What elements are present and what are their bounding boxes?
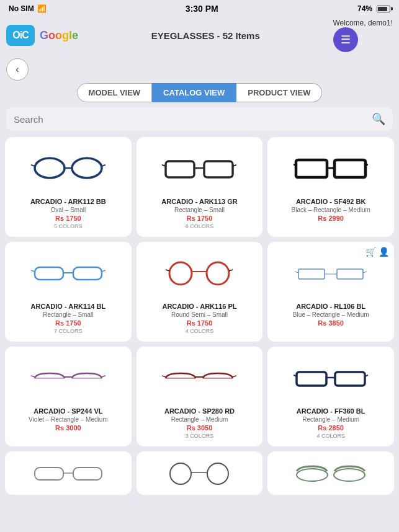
product-desc-3: Black – Rectangle – Medium: [292, 206, 370, 213]
product-name-1: ARCADIO - ARK112 BB: [30, 198, 106, 205]
svg-rect-6: [204, 161, 233, 177]
product-colors-2: 6 COLORS: [186, 223, 214, 229]
tab-product-view[interactable]: PRODUCT VIEW: [236, 83, 322, 102]
search-icon: 🔍: [372, 112, 385, 126]
partial-card-3[interactable]: [267, 451, 394, 495]
svg-point-20: [169, 262, 192, 285]
product-name-8: ARCADIO - SP280 RD: [164, 407, 235, 415]
product-card-8[interactable]: ARCADIO - SP280 RD Rectangle – Medium Rs…: [137, 347, 263, 446]
partial-row: [0, 451, 399, 500]
svg-line-19: [102, 270, 105, 272]
svg-rect-46: [73, 468, 102, 480]
svg-rect-11: [334, 160, 365, 177]
svg-rect-45: [35, 468, 63, 480]
svg-point-0: [35, 158, 65, 178]
page-title: EYEGLASSES - 52 Items: [83, 30, 328, 41]
svg-rect-10: [296, 160, 327, 177]
svg-rect-40: [297, 372, 326, 386]
product-image-8: [141, 353, 258, 402]
product-colors-9: 4 COLORS: [316, 433, 345, 439]
product-name-3: ARCADIO - SF492 BK: [296, 198, 365, 205]
svg-rect-5: [166, 161, 194, 177]
battery-icon: [377, 6, 390, 12]
product-name-6: ARCADIO - RL106 BL: [296, 303, 365, 310]
product-price-7: Rs 3000: [55, 424, 81, 432]
product-desc-8: Rectangle – Medium: [171, 416, 228, 423]
svg-point-49: [207, 463, 228, 484]
product-desc-1: Oval – Small: [50, 206, 86, 213]
product-image-5: [141, 248, 258, 298]
product-card-9[interactable]: ARCADIO - FF360 BL Rectangle – Medium Rs…: [267, 347, 394, 446]
oic-logo: OiC: [6, 25, 35, 46]
filter-button[interactable]: ☰: [333, 27, 358, 52]
product-image-9: [272, 353, 389, 402]
product-grid: ARCADIO - ARK112 BB Oval – Small Rs 1750…: [0, 137, 399, 451]
product-card-6[interactable]: 🛒 👤 ARCADIO - RL106 BL Blue – Rectangle …: [267, 242, 394, 342]
product-card-3[interactable]: ARCADIO - SF492 BK Black – Rectangle – M…: [267, 137, 394, 237]
svg-line-39: [233, 376, 236, 377]
product-name-7: ARCADIO - SP244 VL: [34, 407, 102, 415]
product-colors-1: 5 COLORS: [54, 223, 83, 229]
product-desc-6: Blue – Rectangle – Medium: [293, 311, 369, 318]
tab-model-view[interactable]: MODEL VIEW: [77, 83, 153, 102]
product-desc-9: Rectangle – Medium: [302, 416, 359, 423]
svg-rect-41: [335, 372, 365, 386]
time-label: 3:30 PM: [186, 4, 218, 14]
tab-catalog-view[interactable]: CATALOG VIEW: [152, 83, 236, 102]
svg-line-34: [102, 376, 105, 377]
product-card-4[interactable]: ARCADIO - ARK114 BL Rectangle – Small Rs…: [5, 242, 132, 342]
search-input[interactable]: [14, 114, 367, 125]
product-desc-5: Round Semi – Small: [171, 311, 228, 318]
svg-line-18: [31, 270, 35, 272]
card-icons-6: 🛒 👤: [365, 247, 389, 257]
svg-line-24: [229, 270, 233, 271]
product-desc-7: Violet – Rectangle – Medium: [29, 416, 108, 423]
carrier-label: No SIM: [9, 4, 34, 13]
product-name-9: ARCADIO - FF360 BL: [297, 407, 365, 415]
product-desc-4: Rectangle – Small: [43, 311, 93, 318]
status-bar: No SIM 📶 3:30 PM 74%: [0, 0, 399, 16]
product-price-5: Rs 1750: [187, 319, 213, 327]
product-card-2[interactable]: ARCADIO - ARK113 GR Rectangle – Small Rs…: [137, 137, 263, 237]
svg-point-21: [207, 262, 229, 285]
svg-rect-25: [298, 269, 325, 279]
header: OiC Google EYEGLASSES - 52 Items Welcome…: [0, 16, 399, 56]
product-name-5: ARCADIO - ARK116 PL: [162, 303, 236, 310]
google-logo: Google: [40, 29, 78, 42]
product-price-4: Rs 1750: [55, 319, 81, 327]
product-image-1: [10, 143, 127, 193]
svg-point-48: [170, 463, 191, 484]
svg-rect-15: [35, 267, 63, 280]
welcome-label: Welcome, demo1!: [333, 19, 393, 27]
view-tabs: MODEL VIEW CATALOG VIEW PRODUCT VIEW: [0, 83, 399, 107]
product-price-2: Rs 1750: [187, 215, 213, 222]
product-colors-4: 7 COLORS: [54, 328, 83, 334]
status-right: 74%: [357, 4, 390, 13]
back-button[interactable]: ‹: [6, 58, 29, 81]
svg-point-52: [334, 469, 365, 481]
product-colors-5: 4 COLORS: [186, 328, 214, 334]
product-price-9: Rs 2850: [318, 424, 344, 432]
product-image-7: [10, 353, 127, 402]
search-bar: 🔍: [6, 107, 393, 131]
product-card-5[interactable]: ARCADIO - ARK116 PL Round Semi – Small R…: [137, 242, 263, 342]
product-image-3: [272, 143, 389, 193]
product-price-6: Rs 3850: [318, 319, 344, 327]
product-colors-8: 3 COLORS: [186, 433, 214, 439]
product-card-1[interactable]: ARCADIO - ARK112 BB Oval – Small Rs 1750…: [5, 137, 132, 237]
svg-line-38: [162, 376, 166, 377]
product-price-3: Rs 2990: [318, 215, 344, 222]
product-desc-2: Rectangle – Small: [174, 206, 225, 213]
svg-line-23: [166, 270, 169, 271]
svg-rect-16: [73, 267, 102, 280]
partial-card-1[interactable]: [5, 451, 132, 495]
product-name-2: ARCADIO - ARK113 GR: [161, 198, 237, 205]
product-card-7[interactable]: ARCADIO - SP244 VL Violet – Rectangle – …: [5, 347, 132, 446]
svg-line-33: [31, 376, 35, 377]
person-icon: 👤: [379, 247, 389, 257]
product-price-8: Rs 3050: [187, 424, 213, 432]
cart-icon: 🛒: [365, 247, 376, 257]
partial-card-2[interactable]: [137, 451, 263, 495]
battery-label: 74%: [357, 4, 372, 13]
wifi-icon: 📶: [37, 4, 47, 13]
